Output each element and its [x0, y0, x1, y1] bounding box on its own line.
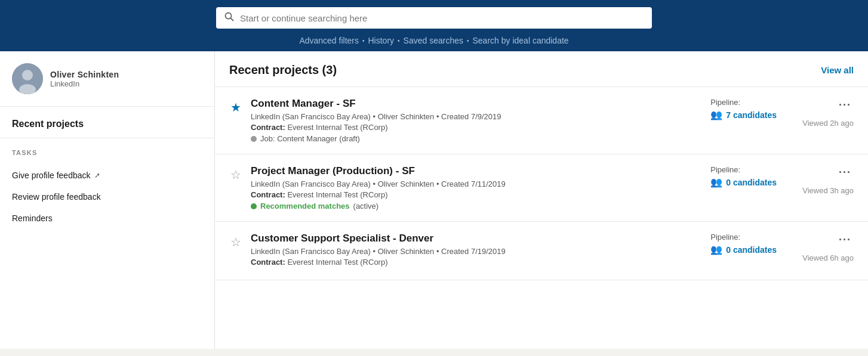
project-info-customer-support: Customer Support Specialist - Denver Lin… [251, 233, 702, 269]
project-title-content-manager[interactable]: Content Manager - SF [251, 98, 702, 110]
pipeline-count-content-manager[interactable]: 👥 7 candidates [710, 109, 777, 120]
project-info-content-manager: Content Manager - SF LinkedIn (San Franc… [251, 98, 702, 143]
nav-dot-2: • [398, 38, 400, 44]
status-dot-green [251, 203, 257, 209]
project-contract-content-manager: Contract: Everest Internal Test (RCorp) [251, 123, 702, 132]
task-label-reminders: Reminders [12, 213, 53, 223]
svg-point-3 [22, 70, 33, 81]
task-reminders[interactable]: Reminders [12, 208, 202, 229]
profile-info: Oliver Schinkten LinkedIn [50, 70, 119, 88]
project-job-project-manager: Recommended matches (active) [251, 202, 702, 210]
nav-item-saved-searches[interactable]: Saved searches [404, 36, 463, 45]
nav-dot-1: • [362, 38, 365, 44]
profile-sub: LinkedIn [50, 79, 119, 88]
status-dot-gray [251, 136, 257, 142]
project-title-project-manager[interactable]: Project Manager (Production) - SF [251, 165, 702, 177]
search-nav: Advanced filters • History • Saved searc… [299, 36, 568, 51]
svg-line-1 [231, 18, 233, 21]
content-header: Recent projects (3) View all [215, 51, 868, 87]
task-label-review: Review profile feedback [12, 192, 101, 202]
project-contract-customer-support: Contract: Everest Internal Test (RCorp) [251, 258, 702, 267]
recommended-matches-label: Recommended matches [260, 202, 350, 210]
pipeline-label-project-manager: Pipeline: [710, 165, 740, 174]
pipeline-label-content-manager: Pipeline: [710, 98, 740, 107]
tasks-heading: TASKS [12, 149, 202, 156]
pipeline-area-content-manager: Pipeline: 👥 7 candidates [710, 98, 794, 120]
nav-dot-3: • [467, 38, 469, 44]
project-info-project-manager: Project Manager (Production) - SF Linked… [251, 165, 702, 210]
project-contract-project-manager: Contract: Everest Internal Test (RCorp) [251, 190, 702, 199]
recommended-active-suffix: (active) [353, 202, 379, 210]
viewed-time-content-manager: Viewed 2h ago [802, 119, 854, 128]
project-job-label: Job: Content Manager (draft) [260, 134, 360, 143]
row-right-content-manager: ··· Viewed 2h ago [802, 98, 854, 128]
pipeline-label-customer-support: Pipeline: [710, 233, 740, 242]
star-filled-icon: ★ [230, 101, 241, 114]
row-right-customer-support: ··· Viewed 6h ago [802, 233, 854, 262]
header: Advanced filters • History • Saved searc… [0, 0, 868, 51]
viewed-time-project-manager: Viewed 3h ago [802, 186, 854, 195]
project-title-customer-support[interactable]: Customer Support Specialist - Denver [251, 233, 702, 244]
pipeline-area-customer-support: Pipeline: 👥 0 candidates [710, 233, 794, 255]
star-button-project-manager[interactable]: ☆ [229, 166, 242, 183]
search-bar [216, 7, 652, 29]
project-meta-content-manager: LinkedIn (San Francisco Bay Area) • Oliv… [251, 112, 702, 121]
sidebar-recent-projects-label: Recent projects [0, 107, 214, 138]
viewed-time-customer-support: Viewed 6h ago [802, 253, 854, 262]
more-options-button-content-manager[interactable]: ··· [836, 98, 854, 113]
main-layout: Oliver Schinkten LinkedIn Recent project… [0, 51, 868, 349]
star-empty-icon: ☆ [230, 168, 241, 181]
project-row: ★ Content Manager - SF LinkedIn (San Fra… [215, 87, 868, 154]
profile-name: Oliver Schinkten [50, 70, 119, 79]
sidebar: Oliver Schinkten LinkedIn Recent project… [0, 51, 215, 349]
nav-item-advanced-filters[interactable]: Advanced filters [299, 36, 359, 45]
nav-item-history[interactable]: History [368, 36, 395, 45]
external-link-icon: ➚ [94, 171, 100, 179]
tasks-section: TASKS Give profile feedback ➚ Review pro… [0, 138, 214, 229]
project-meta-customer-support: LinkedIn (San Francisco Bay Area) • Oliv… [251, 247, 702, 256]
pipeline-count-project-manager[interactable]: 👥 0 candidates [710, 177, 777, 188]
search-input[interactable] [240, 13, 644, 23]
row-right-project-manager: ··· Viewed 3h ago [802, 165, 854, 195]
star-button-customer-support[interactable]: ☆ [229, 234, 242, 250]
pipeline-area-project-manager: Pipeline: 👥 0 candidates [710, 165, 794, 188]
people-icon: 👥 [710, 109, 722, 120]
project-meta-project-manager: LinkedIn (San Francisco Bay Area) • Oliv… [251, 179, 702, 188]
profile-section: Oliver Schinkten LinkedIn [0, 63, 214, 107]
star-button-content-manager[interactable]: ★ [229, 99, 242, 116]
task-give-profile-feedback[interactable]: Give profile feedback ➚ [12, 165, 202, 186]
more-options-button-customer-support[interactable]: ··· [836, 233, 854, 247]
avatar [12, 63, 43, 94]
project-row: ☆ Customer Support Specialist - Denver L… [215, 222, 868, 280]
search-icon [224, 12, 234, 24]
task-label-give: Give profile feedback [12, 171, 91, 180]
project-job-content-manager: Job: Content Manager (draft) [251, 134, 702, 143]
people-icon: 👥 [710, 244, 722, 255]
content-title: Recent projects (3) [229, 63, 337, 77]
pipeline-count-customer-support[interactable]: 👥 0 candidates [710, 244, 777, 255]
project-row: ☆ Project Manager (Production) - SF Link… [215, 154, 868, 222]
more-options-button-project-manager[interactable]: ··· [836, 165, 854, 180]
people-icon: 👥 [710, 177, 722, 188]
nav-item-search-ideal[interactable]: Search by ideal candidate [473, 36, 569, 45]
view-all-button[interactable]: View all [821, 65, 854, 75]
task-review-profile-feedback[interactable]: Review profile feedback [12, 186, 202, 208]
content-area: Recent projects (3) View all ★ Content M… [215, 51, 868, 349]
star-empty-icon: ☆ [230, 236, 241, 249]
